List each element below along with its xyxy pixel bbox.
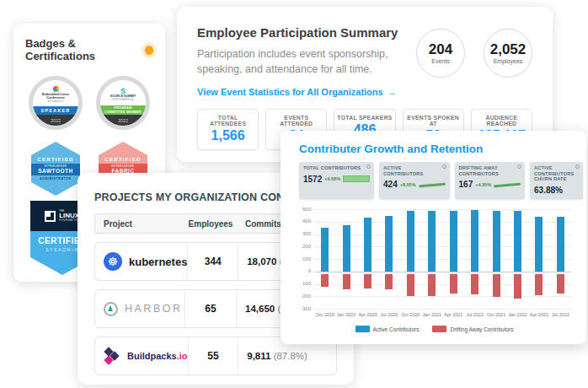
legend-label: Drifting Away Contributors: [450, 326, 513, 332]
chart-x-axis: Oct 2019Jan 2020Apr 2020Jul 2020Oct 2020…: [314, 312, 571, 317]
bar-drifting-away-contributors: [321, 274, 329, 287]
contributor-stat-box: TOTAL CONTRIBUTORS1572+9.68%: [299, 162, 374, 199]
y-tick-label: -300: [291, 306, 311, 311]
project-name: kubernetes: [129, 256, 187, 268]
circle-label: Employees: [494, 58, 523, 64]
badge-oss-program-committee: S SOURCE SUMMIT NORTH AMERICA PROGRAM CO…: [96, 76, 150, 130]
badge-brand-label: HYPERLEDGER: [31, 165, 80, 168]
x-tick-label: Oct 2020: [400, 312, 421, 317]
bar-active-contributors: [471, 210, 478, 272]
contributor-chart: 5004003002001000-100-200-300 Oct 2019Jan…: [291, 206, 578, 342]
info-icon[interactable]: [442, 164, 446, 169]
harbor-logo-icon: [104, 302, 118, 316]
stat-label: AUDIENCE REACHED: [473, 115, 530, 127]
chart-plot-area: [314, 209, 571, 309]
badge-brand-label: HYPERLEDGER: [99, 165, 147, 168]
x-tick-label: Jul 2022: [550, 312, 571, 317]
bar-active-contributors: [535, 217, 543, 272]
gridline: [314, 234, 571, 235]
legend-item-active-contributors[interactable]: Active Contributors: [355, 326, 420, 332]
bar-active-contributors: [557, 217, 564, 271]
project-cell: HARBOR: [95, 302, 184, 316]
badges-card-header: Badges & Certifications: [25, 37, 153, 62]
sparkline-shape: [494, 182, 521, 186]
dashboard: Badges & Certifications Embedded Linux C…: [0, 0, 588, 388]
employees-cell: 55: [188, 337, 239, 375]
stat-label: TOTAL SPEAKERS: [336, 115, 393, 121]
bar-active-contributors: [385, 216, 393, 272]
stat-label: DRIFTING AWAY CONTRIBUTORS: [459, 165, 521, 176]
circle-label: Events: [431, 58, 449, 64]
gridline: [314, 259, 571, 260]
bar-drifting-away-contributors: [450, 274, 457, 294]
project-name-suffix: .io: [177, 351, 188, 361]
x-tick-label: Apr 2021: [443, 312, 464, 317]
contributor-stat-box: DRIFTING AWAY CONTRIBUTORS167+4.35%: [455, 162, 526, 199]
column-header-employees: Employees: [184, 219, 237, 229]
stat-value-row: 1572+9.68%: [303, 175, 370, 184]
bar-drifting-away-contributors: [385, 274, 393, 289]
badge-name-label: SAWTOOTH: [31, 168, 80, 174]
employees-cell: 65: [184, 290, 237, 327]
stat-value: 167: [459, 180, 473, 189]
commits-percent: (87.8%): [274, 351, 307, 361]
legend-swatch: [355, 326, 370, 332]
project-cell: ☸kubernetes: [95, 252, 187, 271]
bar-drifting-away-contributors: [471, 274, 478, 294]
commits-value: 14,650: [245, 304, 275, 314]
view-event-statistics-link[interactable]: View Event Statistics for All Organizati…: [197, 87, 413, 97]
sparkline-shape: [419, 182, 446, 186]
summary-circle: 204Events: [416, 29, 465, 78]
employee-circles: 204Events2,052Employees: [416, 29, 532, 97]
bar-active-contributors: [364, 218, 372, 271]
y-tick-label: -100: [291, 281, 311, 286]
info-icon[interactable]: [575, 164, 580, 169]
contributor-card-title: Contributer Growth and Retention: [299, 143, 578, 155]
y-tick-label: 0: [291, 268, 311, 273]
bar-active-contributors: [450, 211, 457, 272]
stat-value: 1,566: [200, 128, 256, 143]
arrow-right-icon: →: [388, 87, 397, 97]
commits-value: 9,811: [247, 351, 270, 361]
gridline: [314, 272, 571, 272]
bar-active-contributors: [514, 211, 521, 272]
buildpacks-logo-icon: [104, 347, 120, 365]
bar-active-contributors: [428, 211, 436, 272]
gridline: [314, 309, 571, 310]
linux-foundation-logo-icon: [45, 211, 56, 222]
info-icon[interactable]: [517, 164, 521, 169]
badge-elc-speaker: Embedded Linux Conference North America …: [29, 76, 83, 130]
badge-cert-label: CERTIFIED: [37, 157, 73, 162]
x-tick-label: Jul 2020: [378, 312, 399, 317]
x-tick-label: Jan 2021: [421, 312, 442, 317]
project-name: Buildpacks.io: [127, 351, 188, 361]
legend-item-drifting-away-contributors[interactable]: Drifting Away Contributors: [432, 326, 513, 332]
stat-delta: +8.05%: [400, 182, 416, 187]
badge-year-label: 2022: [100, 115, 146, 126]
x-tick-label: Jan 2020: [335, 312, 356, 317]
contributor-stat-box: ACTIVE CONTRIBUTORS CHURN RATE63.88%: [530, 162, 583, 199]
summary-circle: 2,052Employees: [484, 29, 532, 78]
sparkline-shape: [343, 175, 370, 182]
gridline: [314, 209, 571, 210]
stat-delta: +4.35%: [475, 182, 491, 187]
x-tick-label: Oct 2021: [485, 312, 506, 317]
legend-label: Active Contributors: [373, 326, 420, 332]
bar-active-contributors: [493, 211, 500, 272]
badge-year-label: 2022: [33, 115, 78, 126]
badge-band-label: PROGRAM COMMITTEE MEMBER: [100, 105, 146, 115]
stat-value: 1572: [303, 175, 322, 184]
x-tick-label: Jan 2022: [507, 312, 528, 317]
stat-label: TOTAL CONTRIBUTORS: [303, 165, 370, 171]
x-tick-label: Jul 2021: [464, 312, 485, 317]
bar-drifting-away-contributors: [514, 274, 521, 299]
badges-card-title: Badges & Certifications: [25, 37, 136, 62]
commits-value: 18,070: [247, 256, 276, 267]
link-label: View Event Statistics for All Organizati…: [197, 87, 383, 97]
badge-cert-label: CERTIFIED: [104, 157, 141, 162]
x-tick-label: Apr 2022: [528, 312, 549, 317]
bar-active-contributors: [407, 211, 414, 272]
employee-card-title: Employee Participation Summary: [197, 25, 413, 40]
stat-label: EVENTS SPOKEN AT: [405, 115, 462, 127]
info-icon[interactable]: [366, 164, 371, 169]
